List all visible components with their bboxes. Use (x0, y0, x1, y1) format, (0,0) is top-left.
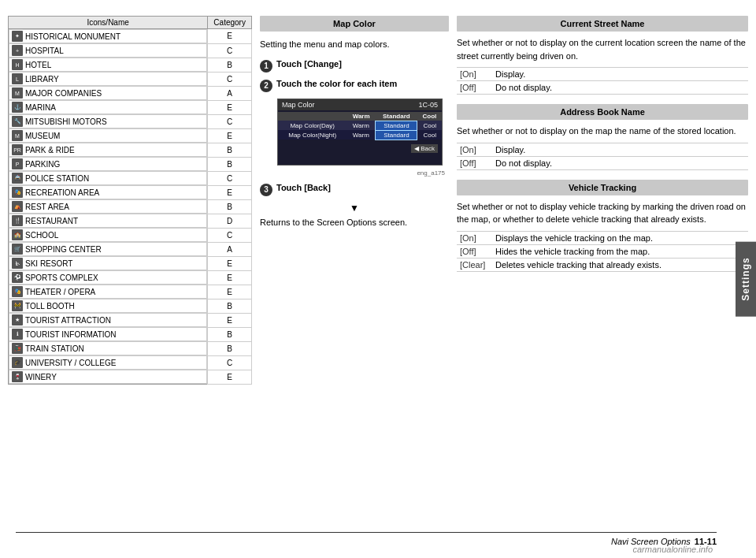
back-button[interactable]: ◀ Back (411, 144, 438, 153)
row-category: E (208, 285, 252, 299)
row2-label: Map Color(Night) (278, 130, 346, 140)
current-street-name-section: Current Street Name Set whether or not t… (457, 16, 748, 95)
row-icon: ℹ (12, 329, 23, 340)
row-category: C (208, 228, 252, 242)
table-row: 🚂 TRAIN STATION B (9, 341, 252, 355)
table-row: M MAJOR COMPANIES A (9, 86, 252, 100)
table-row: PR PARK & RIDE B (9, 143, 252, 157)
table-row: 🚧 TOLL BOOTH B (9, 299, 252, 313)
row2-cool: Cool (417, 130, 442, 140)
table-row: 🍴 RESTAURANT D (9, 214, 252, 228)
row-icon: 🛒 (12, 244, 23, 255)
watermark: carmanualonline.info (632, 545, 713, 554)
step-2: 2 Touch the color for each item (260, 79, 449, 92)
table-row: 🎭 RECREATION AREA E (9, 185, 252, 199)
row-icon: + (12, 45, 23, 56)
row-category: E (208, 128, 252, 143)
step-3-label: Touch [Back] (276, 183, 331, 192)
row-category: E (208, 270, 252, 285)
vehicle-tracking-options: [On]Displays the vehicle tracking on the… (457, 231, 748, 272)
step-1-label: Touch [Change] (276, 59, 342, 69)
row-category: E (208, 100, 252, 114)
map-color-title: Map Color (260, 16, 449, 32)
row-category: A (208, 86, 252, 100)
row-icon: 🔧 (12, 116, 23, 127)
table-row: ★ TOURIST ATTRACTION E (9, 313, 252, 327)
row-category: E (208, 29, 252, 44)
row-icon: ⚽ (12, 272, 23, 283)
option-row: [On]Displays the vehicle tracking on the… (457, 231, 748, 244)
icons-table: Icons/Name Category ✦ HISTORICAL MONUMEN… (8, 16, 252, 385)
option-key: [Off] (457, 156, 492, 169)
row-category: B (208, 58, 252, 72)
row-name: TRAIN STATION (25, 344, 84, 353)
row-category: B (208, 199, 252, 214)
footer: Navi Screen Options 11-11 (16, 532, 717, 546)
table-row: ⛺ REST AREA B (9, 199, 252, 214)
returns-text: Returns to the Screen Options screen. (260, 218, 449, 227)
row-category: C (208, 171, 252, 185)
table-row: 🔧 MITSUBISHI MOTORS C (9, 114, 252, 128)
row-name: SKI RESORT (25, 259, 72, 268)
option-key: [Off] (457, 244, 492, 258)
step-3: 3 Touch [Back] (260, 183, 449, 196)
row-name: POLICE STATION (25, 174, 89, 183)
vehicle-tracking-section: Vehicle Tracking Set whether or not to d… (457, 180, 748, 272)
row-category: B (208, 157, 252, 171)
current-street-name-desc: Set whether or not to display on the cur… (457, 36, 748, 62)
right-column: Current Street Name Set whether or not t… (457, 16, 748, 542)
table-row: ✦ HISTORICAL MONUMENT E (9, 29, 252, 44)
row-category: E (208, 370, 252, 385)
step-2-label: Touch the color for each item (276, 79, 397, 88)
table-row: 🍷 WINERY E (9, 370, 252, 385)
option-value: Do not display. (492, 156, 748, 169)
row-name: RECREATION AREA (25, 188, 99, 197)
col-header-category: Category (208, 17, 252, 29)
row-name: THEATER / OPERA (25, 288, 95, 296)
row-category: B (208, 143, 252, 157)
row-name: HISTORICAL MONUMENT (25, 32, 120, 41)
row-name: SCHOOL (25, 231, 58, 240)
row-category: E (208, 256, 252, 270)
row-icon: ✦ (12, 31, 23, 42)
option-row: [On]Display. (457, 68, 748, 81)
row-icon: 🍴 (12, 215, 23, 226)
row1-std: Standard (376, 121, 417, 130)
row-category: B (208, 327, 252, 341)
table-row: ℹ TOURIST INFORMATION B (9, 327, 252, 341)
middle-column: Map Color Setting the menu and map color… (260, 16, 449, 542)
row-icon: 🏫 (12, 229, 23, 240)
row-name: LIBRARY (25, 75, 59, 84)
table-row: 🏫 SCHOOL C (9, 228, 252, 242)
row-icon: L (12, 73, 23, 84)
option-value: Do not display. (492, 81, 748, 95)
img-caption: eng_a175 (260, 169, 445, 177)
row-icon: 🎭 (12, 187, 23, 198)
table-row: 🎓 UNIVERSITY / COLLEGE C (9, 355, 252, 370)
row-icon: H (12, 59, 23, 70)
vehicle-tracking-title: Vehicle Tracking (457, 180, 748, 195)
col-cool: Cool (417, 112, 442, 121)
table-row: H HOTEL B (9, 58, 252, 72)
map-color-intro: Setting the menu and map colors. (260, 38, 449, 51)
row-category: C (208, 114, 252, 128)
row-category: E (208, 185, 252, 199)
address-book-name-section: Address Book Name Set whether or not to … (457, 104, 748, 170)
row-name: MARINA (25, 103, 56, 112)
row-name: HOTEL (25, 61, 51, 69)
row-icon: ★ (12, 314, 23, 326)
row-name: RESTAURANT (25, 217, 78, 225)
address-book-name-desc: Set whether or not to display on the map… (457, 125, 748, 138)
table-row: M MUSEUM E (9, 128, 252, 143)
vehicle-tracking-desc: Set whether or not to display vehicle tr… (457, 200, 748, 226)
left-column: Icons/Name Category ✦ HISTORICAL MONUMEN… (8, 16, 252, 542)
current-street-options: [On]Display.[Off]Do not display. (457, 67, 748, 95)
row-name: HOSPITAL (25, 46, 64, 55)
step-1-number: 1 (260, 60, 272, 73)
row-icon: 🍷 (12, 371, 23, 382)
row-category: E (208, 313, 252, 327)
row-icon: 🎭 (12, 286, 23, 297)
row-name: MITSUBISHI MOTORS (25, 117, 107, 126)
row-name: PARKING (25, 160, 60, 169)
row1-cool: Cool (417, 121, 442, 130)
